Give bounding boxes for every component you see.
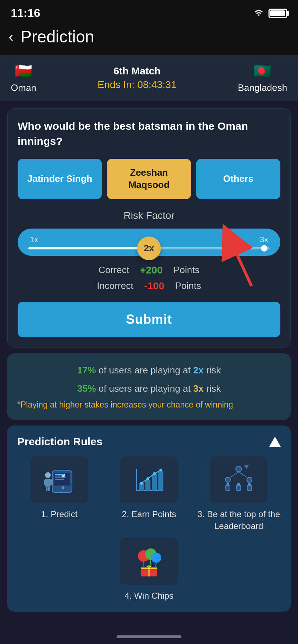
status-bar: 11:16 — [0, 0, 298, 23]
points-section: Correct +200 Points Incorrect -100 Point… — [18, 264, 280, 292]
risk-label: Risk Factor — [18, 210, 280, 221]
svg-point-7 — [62, 486, 64, 489]
prediction-question: Who would be the best batsman in the Oma… — [18, 119, 280, 149]
svg-rect-32 — [236, 485, 241, 491]
rule-label-earn: 2. Earn Points — [122, 508, 176, 520]
correct-unit: Points — [173, 264, 199, 276]
svg-rect-4 — [55, 474, 62, 475]
rule-item-chips: 4. Win Chips — [120, 538, 178, 602]
rule-item-earn: 2. Earn Points — [107, 456, 191, 532]
slider-min-label: 1x — [30, 235, 38, 244]
svg-point-25 — [236, 466, 241, 472]
svg-point-26 — [225, 477, 230, 482]
correct-points-row: Correct +200 Points — [18, 264, 280, 276]
risk-section: Risk Factor 1x 3x 2x — [18, 210, 280, 256]
slider-max-label: 3x — [260, 235, 268, 244]
status-time: 11:16 — [11, 6, 40, 20]
svg-point-35 — [248, 483, 251, 486]
points-info: Correct +200 Points Incorrect -100 Point… — [18, 264, 280, 292]
svg-line-28 — [230, 472, 239, 477]
rule-icon-chips — [120, 538, 178, 585]
slider-fill — [28, 247, 154, 249]
match-timer: Ends In: 08:43:31 — [98, 79, 177, 91]
rules-bottom: 4. Win Chips — [17, 538, 281, 602]
main-content: Who would be the best batsman in the Oma… — [0, 101, 298, 619]
stats-percent-1: 17% — [77, 365, 96, 376]
rule-label-leaderboard: 3. Be at the top of the Leaderboard — [197, 508, 281, 532]
slider-container[interactable]: 1x 3x 2x — [18, 229, 280, 256]
rule-item-leaderboard: 3. Be at the top of the Leaderboard — [197, 456, 281, 532]
correct-label: Correct — [99, 264, 129, 276]
status-icons — [253, 8, 287, 19]
stats-risk-1: 2x — [193, 365, 204, 376]
option-zeeshan[interactable]: ZeeshanMaqsood — [107, 159, 191, 199]
svg-rect-20 — [158, 471, 163, 491]
svg-rect-6 — [55, 479, 64, 480]
submit-button[interactable]: Submit — [18, 302, 280, 337]
match-number: 6th Match — [98, 65, 177, 77]
team1-flag: 🇴🇲 — [11, 62, 36, 79]
svg-point-23 — [153, 472, 156, 475]
header: ‹ Prediction — [0, 23, 298, 55]
team1: 🇴🇲 Oman — [11, 62, 36, 93]
team1-name: Oman — [11, 82, 36, 93]
incorrect-label: Incorrect — [97, 280, 133, 291]
page-title: Prediction — [21, 27, 94, 46]
svg-rect-18 — [145, 480, 150, 491]
stats-risk-2: 3x — [193, 383, 204, 394]
svg-point-8 — [45, 472, 51, 478]
stats-card: 17% of users are playing at 2x risk 35% … — [7, 353, 291, 420]
svg-point-22 — [146, 477, 149, 480]
incorrect-unit: Points — [175, 280, 201, 291]
svg-rect-10 — [44, 479, 47, 485]
wifi-icon — [253, 8, 264, 19]
svg-rect-11 — [50, 479, 53, 485]
option-jatinder[interactable]: Jatinder Singh — [18, 159, 102, 199]
team2: 🇧🇩 Bangladesh — [238, 62, 287, 93]
svg-marker-36 — [244, 465, 249, 469]
svg-point-24 — [159, 469, 162, 472]
correct-value: +200 — [140, 264, 163, 276]
rule-icon-leaderboard — [210, 456, 267, 503]
svg-rect-34 — [247, 485, 252, 491]
match-info: 6th Match Ends In: 08:43:31 — [98, 65, 177, 91]
svg-rect-12 — [46, 487, 48, 491]
option-others[interactable]: Others — [196, 159, 280, 199]
stats-percent-2: 35% — [77, 383, 96, 394]
team2-flag: 🇧🇩 — [250, 62, 275, 79]
stats-note: *Playing at higher stakes increases your… — [17, 400, 281, 410]
incorrect-points-row: Incorrect -100 Points — [18, 280, 280, 292]
svg-rect-30 — [226, 485, 230, 491]
match-bar: 🇴🇲 Oman 6th Match Ends In: 08:43:31 🇧🇩 B… — [0, 55, 298, 101]
slider-end-dot — [261, 245, 267, 252]
collapse-icon[interactable] — [269, 437, 281, 447]
svg-point-21 — [140, 482, 143, 485]
back-button[interactable]: ‹ — [9, 29, 13, 44]
home-indicator — [117, 635, 181, 638]
svg-point-27 — [247, 477, 252, 482]
rules-header: Prediction Rules — [17, 436, 281, 448]
rules-card: Prediction Rules — [7, 426, 291, 612]
svg-line-29 — [239, 472, 247, 477]
rule-label-chips: 4. Win Chips — [125, 590, 173, 602]
prediction-card: Who would be the best batsman in the Oma… — [7, 108, 291, 348]
svg-rect-19 — [152, 474, 157, 491]
incorrect-value: -100 — [144, 280, 164, 292]
svg-point-39 — [151, 553, 161, 563]
team2-name: Bangladesh — [238, 82, 287, 93]
stats-line-2: 35% of users are playing at 3x risk — [17, 382, 281, 396]
svg-point-33 — [237, 483, 240, 486]
slider-track[interactable]: 2x — [28, 247, 270, 249]
rule-label-predict: 1. Predict — [41, 508, 77, 520]
slider-thumb[interactable]: 2x — [137, 236, 161, 260]
svg-rect-13 — [48, 487, 50, 491]
svg-point-31 — [226, 483, 229, 486]
battery-icon — [268, 9, 287, 18]
options-row: Jatinder Singh ZeeshanMaqsood Others — [18, 159, 280, 199]
stats-line-1: 17% of users are playing at 2x risk — [17, 363, 281, 377]
rules-grid: 1. Predict — [17, 456, 281, 532]
rules-title: Prediction Rules — [17, 436, 103, 448]
rule-icon-predict — [31, 456, 88, 503]
rule-item-predict: 1. Predict — [17, 456, 101, 532]
rule-icon-earn — [120, 456, 178, 503]
